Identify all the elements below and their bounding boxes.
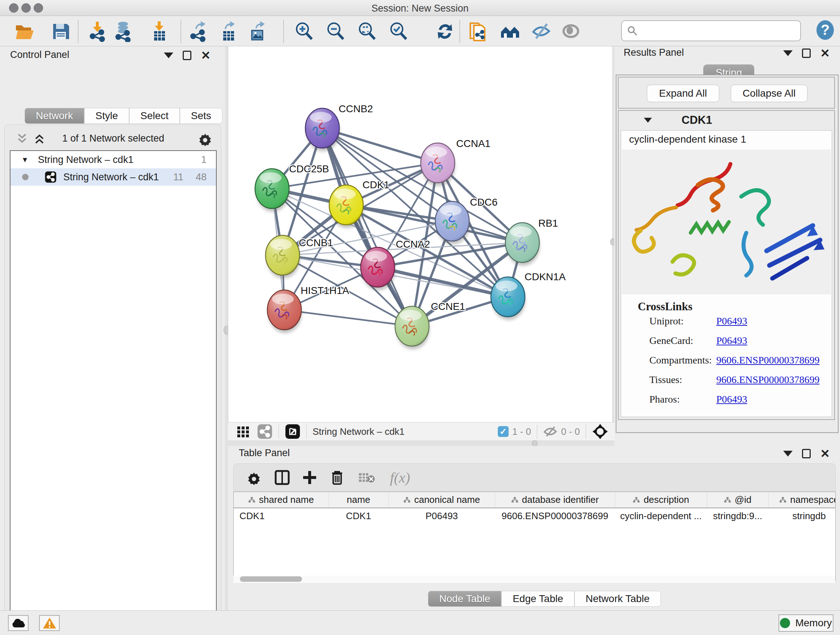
table-cell[interactable]: CDK1 (328, 508, 388, 524)
tab-sets[interactable]: Sets (180, 108, 223, 124)
network-from-file-icon[interactable] (468, 21, 489, 42)
crosslink-link[interactable]: P06493 (716, 394, 747, 405)
grid-view-icon[interactable] (236, 424, 250, 439)
collapse-gene-icon[interactable] (644, 118, 652, 123)
warnings-button[interactable] (39, 615, 60, 631)
open-file-icon[interactable] (14, 21, 35, 42)
crosslink-link[interactable]: 9606.ENSP00000378699 (716, 374, 819, 386)
show-columns-icon[interactable] (274, 470, 290, 486)
search-input[interactable] (638, 25, 790, 36)
import-network-file-icon[interactable] (88, 21, 109, 42)
gene-section-header[interactable]: CDK1 (619, 111, 834, 130)
column-header--id[interactable]: @id (707, 492, 768, 508)
memory-button[interactable]: Memory (778, 614, 834, 632)
cloud-icon (11, 618, 26, 628)
table-horizontal-scrollbar[interactable] (233, 576, 835, 583)
panel-menu-icon[interactable] (783, 451, 793, 456)
birdseye-navigator-icon[interactable] (592, 423, 608, 440)
table-cell[interactable]: P06493 (388, 508, 495, 524)
table-cell[interactable]: stringdb:9... (707, 508, 768, 524)
tab-select[interactable]: Select (129, 108, 180, 124)
node-label-CDKN1A: CDKN1A (524, 271, 566, 282)
table-cell[interactable]: 9606.ENSP00000378699 (495, 508, 615, 524)
network-node-RB1[interactable]: RB1 (505, 218, 558, 266)
help-icon[interactable]: ? (815, 19, 836, 41)
cloud-button[interactable] (8, 615, 28, 631)
network-node-CCNE1[interactable]: CCNE1 (395, 301, 465, 349)
column-header-namespace[interactable]: namespace (768, 492, 836, 508)
network-node-CDKN1A[interactable]: CDKN1A (491, 271, 566, 320)
table-panel: Table Panel ✕ f(x) shared namenamecanoni… (228, 446, 840, 610)
float-panel-icon[interactable] (802, 449, 811, 458)
crosslink-label: Compartments: (649, 355, 712, 366)
close-panel-icon[interactable]: ✕ (820, 449, 830, 458)
crosslink-link[interactable]: P06493 (716, 315, 747, 327)
delete-column-trash-icon[interactable] (330, 470, 344, 486)
crosslink-link[interactable]: P06493 (716, 335, 747, 347)
panel-menu-icon[interactable] (164, 52, 173, 58)
column-header-description[interactable]: description (615, 492, 707, 508)
collapse-arrow-icon[interactable]: ▼ (21, 156, 28, 164)
tab-edge-table[interactable]: Edge Table (501, 591, 575, 607)
zoom-out-icon[interactable] (325, 21, 346, 42)
vertical-splitter[interactable] (225, 46, 228, 610)
tab-network-table[interactable]: Network Table (575, 591, 661, 607)
column-header-name[interactable]: name (328, 492, 388, 508)
collapse-all-button[interactable]: Collapse All (731, 85, 807, 102)
network-edge-CCNB2-CCNE1[interactable] (322, 128, 412, 326)
network-node-CCNB1[interactable]: CCNB1 (265, 235, 333, 279)
refresh-icon[interactable] (434, 21, 455, 42)
cybrowser-icon[interactable] (500, 21, 521, 42)
table-cell[interactable]: stringdb (768, 508, 836, 524)
import-table-icon[interactable] (149, 21, 170, 42)
detach-view-icon[interactable] (285, 424, 301, 440)
tab-style[interactable]: Style (84, 108, 129, 124)
network-node-CDK1[interactable]: CDK1 (329, 179, 390, 228)
table-cell[interactable]: CDK1 (234, 508, 328, 524)
show-all-icon[interactable] (561, 21, 581, 42)
network-node-HIST1H1A[interactable]: HIST1H1A (267, 285, 349, 333)
hide-selected-icon[interactable] (531, 21, 552, 42)
network-tree-row[interactable]: String Network – cdk11148 (11, 168, 216, 186)
network-tree-row[interactable]: ▼String Network – cdk11 (11, 151, 216, 168)
network-node-CDC6[interactable]: CDC6 (435, 196, 497, 244)
table-cell[interactable]: cyclin-dependent ... (615, 508, 707, 524)
zoom-fit-icon[interactable] (357, 21, 378, 42)
network-edge-CCNB2-CCNA1[interactable] (322, 128, 438, 163)
function-builder-icon[interactable]: f(x) (390, 469, 410, 486)
network-canvas[interactable]: CCNB2CCNA1CDC25BCDK1CDC6RB1CCNB1CCNA2CDK… (228, 46, 614, 422)
delete-table-icon[interactable] (358, 471, 376, 484)
toolbar-separator (586, 424, 586, 439)
table-row[interactable]: CDK1CDK1P064939606.ENSP00000378699cyclin… (234, 508, 836, 524)
tab-node-table[interactable]: Node Table (428, 591, 501, 607)
network-view-toolbar: String Network – cdk1 ✓ 1 - 0 0 - 0 (228, 422, 614, 441)
selected-checkbox-icon[interactable]: ✓ (498, 426, 508, 437)
export-table-icon[interactable] (218, 21, 239, 42)
crosslink-link[interactable]: 9606.ENSP00000378699 (716, 355, 819, 366)
network-node-CDC25B[interactable]: CDC25B (255, 163, 329, 212)
export-image-icon[interactable] (248, 21, 268, 42)
zoom-selected-icon[interactable] (388, 21, 409, 42)
float-panel-icon[interactable] (183, 51, 191, 60)
column-header-canonical-name[interactable]: canonical name (388, 492, 495, 508)
zoom-in-icon[interactable] (294, 21, 315, 42)
network-edge-HIST1H1A-CCNE1[interactable] (284, 310, 412, 326)
export-network-icon[interactable] (189, 21, 210, 42)
column-header-database-identifier[interactable]: database identifier (495, 492, 615, 508)
create-column-plus-icon[interactable] (302, 470, 317, 486)
expand-all-button[interactable]: Expand All (647, 85, 719, 102)
tab-network[interactable]: Network (25, 108, 84, 124)
hidden-eye-slash-icon[interactable] (543, 425, 557, 438)
gene-symbol: CDK1 (682, 114, 712, 127)
save-session-icon[interactable] (50, 21, 71, 42)
gear-icon[interactable] (198, 131, 212, 146)
import-network-database-icon[interactable] (113, 21, 134, 42)
close-panel-icon[interactable]: ✕ (201, 51, 210, 60)
float-panel-icon[interactable] (802, 49, 811, 58)
panel-menu-icon[interactable] (783, 50, 793, 56)
close-panel-icon[interactable]: ✕ (820, 49, 830, 58)
network-share-icon[interactable] (257, 424, 273, 440)
scrollbar-thumb[interactable] (240, 576, 302, 582)
table-options-gear-icon[interactable] (247, 470, 261, 485)
column-header-shared-name[interactable]: shared name (234, 492, 328, 508)
